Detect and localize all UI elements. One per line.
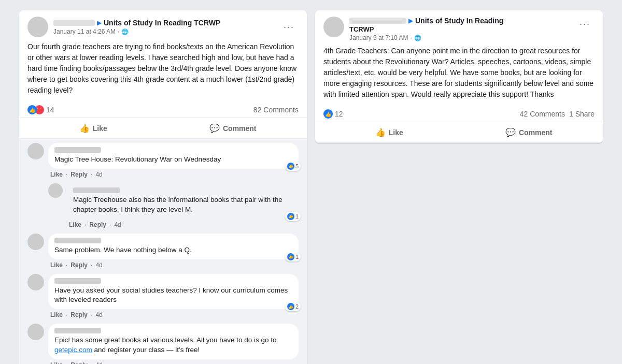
comment-reaction-badge: 👍 2 xyxy=(285,302,301,311)
reaction-row: 👍 12 xyxy=(323,109,343,119)
badge-like-icon: 👍 xyxy=(287,303,294,310)
comment-reaction-badge: 👍 5 xyxy=(285,162,301,171)
more-options-button[interactable]: ··· xyxy=(575,17,595,32)
avatar xyxy=(27,17,48,37)
comment-actions: Like · Reply · 4d xyxy=(48,361,299,364)
globe-icon: 🌐 xyxy=(414,35,421,41)
reply-action[interactable]: Reply xyxy=(70,261,88,269)
comment-bubble: Epic! has some great books at various le… xyxy=(48,324,299,359)
sub-label: TCRWP xyxy=(349,25,570,33)
comment-author-bar xyxy=(54,147,101,153)
like-action[interactable]: Like xyxy=(69,221,81,228)
more-options-button[interactable]: ··· xyxy=(279,20,299,35)
commenter-avatar xyxy=(27,274,44,290)
comment-label: Comment xyxy=(519,128,553,137)
comment-item: Have you asked your social studies teach… xyxy=(27,274,299,319)
comment-author-bar xyxy=(54,238,101,243)
like-button[interactable]: 👍 Like xyxy=(23,119,163,137)
comment-text: Epic! has some great books at various le… xyxy=(54,336,277,354)
badge-count: 5 xyxy=(295,163,299,169)
comment-actions: Like · Reply · 4d xyxy=(48,171,299,178)
comment-count[interactable]: 82 Comments xyxy=(253,106,299,114)
right-post-card: ▶ Units of Study In Reading TCRWP Januar… xyxy=(315,10,603,143)
comment-icon: 💬 xyxy=(209,123,220,133)
badge-like-icon: 👍 xyxy=(287,253,294,260)
like-action[interactable]: Like xyxy=(50,261,63,269)
reaction-icons: 👍 xyxy=(323,109,333,119)
post-header: ▶ Units of Study In Reading TCRWP Januar… xyxy=(19,10,307,41)
comment-reaction-badge: 👍 1 xyxy=(285,212,301,221)
reaction-icons: 👍 ❤️ xyxy=(27,105,44,114)
badge-like-icon: 👍 xyxy=(287,163,294,170)
comment-button[interactable]: 💬 Comment xyxy=(459,123,599,141)
like-icon: 👍 xyxy=(79,123,90,133)
like-button[interactable]: 👍 Like xyxy=(319,123,459,141)
comment-author-bar xyxy=(73,187,120,193)
comment-bubble: Magic Treehouse also has the information… xyxy=(67,183,299,219)
reply-action[interactable]: Reply xyxy=(70,361,88,364)
author-line: ▶ Units of Study In Reading TCRWP xyxy=(53,19,274,27)
like-label: Like xyxy=(93,124,107,133)
commenter-avatar xyxy=(27,324,44,340)
reaction-count: 12 xyxy=(335,110,343,118)
post-body: 4th Grade Teachers: Can anyone point me … xyxy=(315,46,603,106)
like-action[interactable]: Like xyxy=(50,311,63,318)
comment-bubble: Have you asked your social studies teach… xyxy=(48,274,299,310)
reply-action[interactable]: Reply xyxy=(89,221,106,228)
action-bar: 👍 Like 💬 Comment xyxy=(19,118,307,139)
comment-bubble: Magic Tree House: Revolutionary War on W… xyxy=(48,143,299,169)
commenter-avatar xyxy=(48,183,63,198)
like-label: Like xyxy=(389,128,403,137)
group-name[interactable]: Units of Study In Reading TCRWP xyxy=(104,19,220,27)
post-stats: 👍 12 42 Comments 1 Share xyxy=(315,106,603,122)
author-line: ▶ Units of Study In Reading xyxy=(349,17,570,25)
badge-count: 1 xyxy=(295,254,299,260)
post-body: Our fourth grade teachers are trying to … xyxy=(19,41,307,102)
arrow-icon: ▶ xyxy=(408,17,413,24)
globe-icon: 🌐 xyxy=(121,28,129,35)
like-icon: 👍 xyxy=(375,127,386,137)
comment-item: Epic! has some great books at various le… xyxy=(27,324,299,364)
like-action[interactable]: Like xyxy=(50,361,63,364)
post-meta: ▶ Units of Study In Reading TCRWP Januar… xyxy=(53,19,274,35)
comment-count[interactable]: 42 Comments xyxy=(520,110,565,118)
commenter-avatar xyxy=(27,143,44,159)
post-stats: 👍 ❤️ 14 82 Comments xyxy=(19,102,307,118)
post-time: January 11 at 4:26 AM · 🌐 xyxy=(53,28,274,35)
like-action[interactable]: Like xyxy=(50,171,63,178)
comment-timestamp: 4d xyxy=(95,171,102,178)
author-name-placeholder xyxy=(53,20,95,26)
comment-timestamp: 4d xyxy=(114,221,121,228)
comment-text: Have you asked your social studies teach… xyxy=(54,286,288,304)
comment-author-bar xyxy=(54,328,101,333)
comment-timestamp: 4d xyxy=(95,311,102,318)
avatar xyxy=(323,17,344,37)
comment-button[interactable]: 💬 Comment xyxy=(163,119,303,137)
comment-item: Magic Tree House: Revolutionary War on W… xyxy=(27,143,299,178)
epic-link[interactable]: getepic.com xyxy=(54,346,92,354)
reply-action[interactable]: Reply xyxy=(70,171,88,178)
comment-bubble: Same problem. We have nothing below a Q.… xyxy=(48,234,299,259)
action-bar: 👍 Like 💬 Comment xyxy=(315,122,603,143)
stats-right-text: 42 Comments 1 Share xyxy=(520,110,595,118)
badge-count: 1 xyxy=(295,213,299,220)
reply-action[interactable]: Reply xyxy=(70,311,88,318)
left-post-card: ▶ Units of Study In Reading TCRWP Januar… xyxy=(19,10,307,364)
comment-timestamp: 4d xyxy=(95,261,102,269)
like-reaction-icon: 👍 xyxy=(323,109,333,119)
group-name[interactable]: Units of Study In Reading xyxy=(415,17,503,25)
post-timestamp: January 9 at 7:10 AM xyxy=(349,34,408,41)
post-meta: ▶ Units of Study In Reading TCRWP Januar… xyxy=(349,17,570,41)
comment-text: Magic Treehouse also has the information… xyxy=(73,196,282,213)
comment-timestamp: 4d xyxy=(95,361,102,364)
comment-label: Comment xyxy=(223,124,257,133)
reaction-row: 👍 ❤️ 14 xyxy=(27,105,54,114)
post-time: January 9 at 7:10 AM · 🌐 xyxy=(349,34,570,41)
post-timestamp: January 11 at 4:26 AM xyxy=(53,28,116,35)
post-header: ▶ Units of Study In Reading TCRWP Januar… xyxy=(315,10,603,46)
post-text: Our fourth grade teachers are trying to … xyxy=(27,42,296,94)
comment-actions: Like · Reply · 4d xyxy=(48,261,299,269)
share-count[interactable]: 1 Share xyxy=(569,110,595,118)
nested-comment: Magic Treehouse also has the information… xyxy=(48,183,299,228)
post-text: 4th Grade Teachers: Can anyone point me … xyxy=(323,47,593,98)
